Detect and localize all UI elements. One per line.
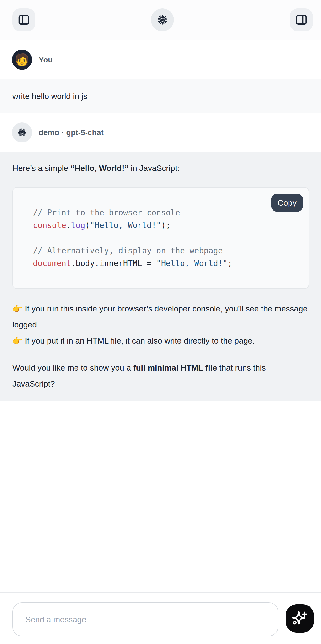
user-turn-header: 🧑 You — [0, 41, 321, 79]
chat-scroll-area[interactable]: 🧑 You write hello world in js — [0, 41, 321, 592]
code-content: // Print to the browser consoleconsole.l… — [33, 206, 299, 270]
assistant-tips-paragraph: 👉 If you run this inside your browser’s … — [12, 301, 309, 349]
assistant-avatar — [12, 122, 32, 142]
copy-code-button[interactable]: Copy — [271, 194, 303, 212]
assistant-name-label: demo · gpt-5-chat — [39, 128, 104, 137]
composer-bar — [0, 592, 321, 644]
assistant-intro-paragraph: Here’s a simple “Hello, World!” in JavaS… — [12, 160, 309, 176]
toggle-right-sidebar-button[interactable] — [290, 8, 313, 31]
person-emoji: 🧑 — [14, 54, 29, 66]
model-button[interactable] — [151, 8, 174, 31]
send-button[interactable] — [286, 604, 314, 632]
assistant-question-paragraph: Would you like me to show you a full min… — [12, 360, 309, 392]
spark-icon — [156, 14, 168, 26]
user-message-text: write hello world in js — [12, 92, 87, 101]
assistant-turn-header: demo · gpt-5-chat — [0, 113, 321, 152]
top-bar — [0, 0, 321, 40]
panel-right-icon — [295, 14, 308, 26]
toggle-left-sidebar-button[interactable] — [12, 8, 35, 31]
sparkle-plus-icon — [292, 610, 308, 627]
user-message: write hello world in js — [0, 79, 321, 113]
code-block: Copy // Print to the browser consolecons… — [12, 187, 309, 289]
app-root: { "header": { "icons": { "left": "panel-… — [0, 0, 321, 644]
assistant-message: Here’s a simple “Hello, World!” in JavaS… — [0, 152, 321, 401]
panel-left-icon — [17, 14, 30, 26]
message-input[interactable] — [12, 602, 278, 636]
spark-icon — [17, 127, 27, 138]
user-avatar: 🧑 — [12, 50, 32, 70]
user-name-label: You — [39, 56, 53, 64]
